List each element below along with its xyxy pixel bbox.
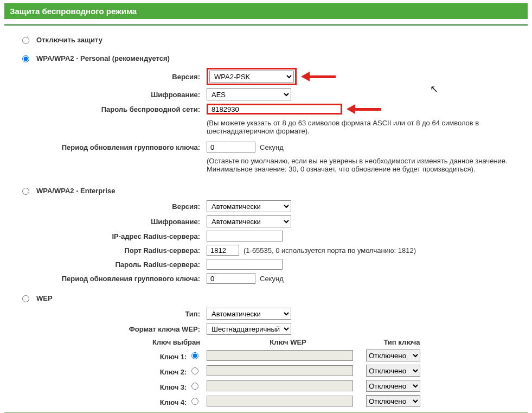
group-key-hint: (Оставьте по умолчанию, если вы не увере… bbox=[207, 156, 528, 176]
radius-port-hint: (1-65535, 0 используется порта по умолча… bbox=[243, 246, 416, 255]
wep-col-key: Ключ WEP bbox=[207, 338, 369, 346]
radio-wpa-personal[interactable] bbox=[22, 55, 29, 62]
wep-key-row: Ключ 2: Отключено bbox=[20, 365, 528, 377]
wep-key1-input[interactable] bbox=[207, 350, 353, 361]
ent-encryption-label: Шифрование: bbox=[20, 218, 207, 226]
wpa-enterprise-title: WPA/WPA2 - Enterprise bbox=[36, 187, 115, 195]
page-title: Защита беспроводного режима bbox=[4, 3, 528, 19]
wep-key2-input[interactable] bbox=[207, 365, 353, 376]
wep-key-row: Ключ 3: Отключено bbox=[20, 380, 528, 392]
wep-key1-radio[interactable] bbox=[191, 352, 198, 359]
wpa-personal-title: WPA/WPA2 - Personal (рекомендуется) bbox=[36, 54, 170, 62]
ent-group-key-input[interactable] bbox=[207, 273, 255, 284]
ent-version-label: Версия: bbox=[20, 202, 207, 211]
group-key-label: Период обновления группового ключа: bbox=[20, 143, 207, 151]
wep-key3-radio[interactable] bbox=[191, 383, 198, 390]
ent-group-key-unit: Секунд bbox=[260, 275, 284, 283]
wep-key1-type[interactable]: Отключено bbox=[366, 350, 420, 361]
encryption-select[interactable]: AES bbox=[207, 88, 291, 100]
arrow-icon bbox=[347, 104, 383, 114]
wep-key2-type[interactable]: Отключено bbox=[366, 365, 420, 377]
version-select[interactable]: WPA2-PSK bbox=[209, 71, 294, 82]
wep-type-label: Тип: bbox=[20, 310, 207, 318]
version-label: Версия: bbox=[20, 73, 207, 81]
password-label: Пароль беспроводной сети: bbox=[20, 105, 207, 113]
wep-key4-radio[interactable] bbox=[191, 398, 198, 405]
group-key-input[interactable] bbox=[207, 142, 255, 153]
divider bbox=[4, 24, 528, 26]
radio-wpa-enterprise[interactable] bbox=[22, 188, 29, 195]
wep-format-label: Формат ключа WEP: bbox=[20, 325, 207, 333]
wep-key4-type[interactable]: Отключено bbox=[366, 395, 420, 407]
radius-port-label: Порт Radius-сервера: bbox=[20, 246, 207, 255]
wep-key-row: Ключ 4: Отключено bbox=[20, 395, 528, 407]
wep-key2-label: Ключ 2: bbox=[160, 368, 187, 376]
ent-encryption-select[interactable]: Автоматически bbox=[207, 215, 291, 227]
radio-disable-security[interactable] bbox=[22, 37, 29, 44]
wep-key4-input[interactable] bbox=[207, 396, 353, 406]
disable-security-label: Отключить защиту bbox=[36, 36, 102, 44]
highlight-version: WPA2-PSK bbox=[207, 68, 297, 85]
wep-key1-label: Ключ 1: bbox=[160, 353, 187, 361]
radio-wep[interactable] bbox=[22, 295, 29, 302]
ent-group-key-label: Период обновления группового ключа: bbox=[20, 275, 207, 283]
wep-key3-input[interactable] bbox=[207, 380, 353, 391]
radius-port-input[interactable] bbox=[207, 245, 239, 256]
wep-type-select[interactable]: Автоматически bbox=[207, 308, 291, 320]
password-input[interactable] bbox=[207, 104, 342, 115]
radius-ip-input[interactable] bbox=[207, 231, 283, 242]
wep-key-row: Ключ 1: Отключено bbox=[20, 350, 528, 361]
encryption-label: Шифрование: bbox=[20, 91, 207, 99]
radius-password-input[interactable] bbox=[207, 259, 283, 270]
radius-ip-label: IP-адрес Radius-сервера: bbox=[20, 232, 207, 240]
wep-key3-type[interactable]: Отключено bbox=[366, 380, 420, 392]
radius-password-label: Пароль Radius-сервера: bbox=[20, 260, 207, 269]
group-key-unit: Секунд bbox=[260, 143, 284, 151]
wep-key2-radio[interactable] bbox=[191, 367, 198, 374]
wep-col-type: Тип ключа bbox=[369, 338, 434, 346]
arrow-icon bbox=[301, 72, 338, 81]
password-hint: (Вы можете указать от 8 до 63 символов ф… bbox=[207, 118, 528, 138]
ent-version-select[interactable]: Автоматически bbox=[207, 200, 291, 212]
wep-title: WEP bbox=[36, 294, 53, 302]
wep-key3-label: Ключ 3: bbox=[160, 383, 187, 391]
wep-col-selected: Ключ выбран bbox=[20, 338, 207, 346]
wep-key4-label: Ключ 4: bbox=[160, 398, 187, 406]
wep-format-select[interactable]: Шестнадцатеричный bbox=[207, 323, 291, 335]
